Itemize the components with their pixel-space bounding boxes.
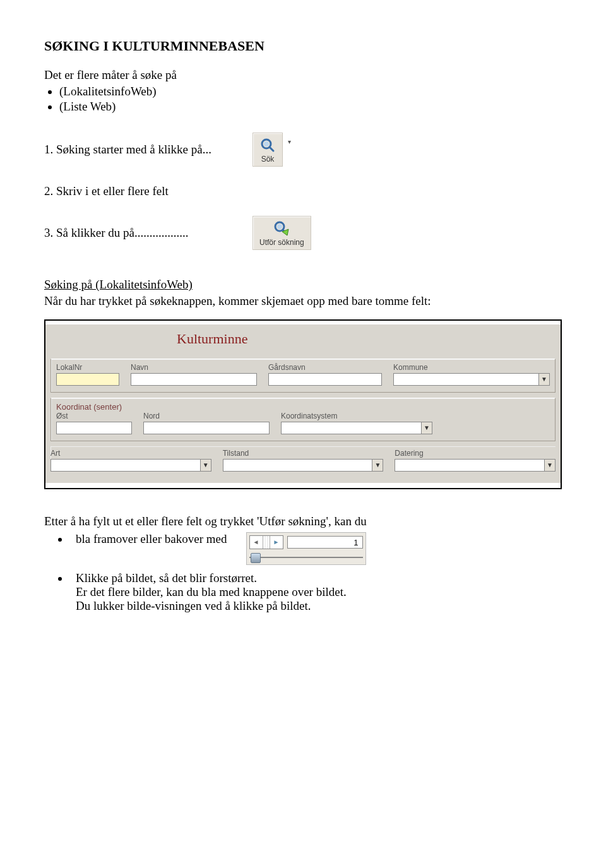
- kommune-select[interactable]: ▼: [393, 373, 550, 386]
- search-icon: [259, 137, 276, 153]
- nav-prev-button[interactable]: ◄: [250, 536, 263, 549]
- label-navn: Navn: [131, 363, 257, 372]
- chevron-down-icon: ▼: [421, 422, 432, 434]
- kulturminne-form: Kulturminne LokalNr Navn Gårdsnavn Kommu…: [45, 324, 561, 483]
- slider-track: [249, 557, 363, 558]
- label-gardsnavn: Gårdsnavn: [268, 363, 382, 372]
- record-navigator: ◄ ► 1: [246, 532, 366, 565]
- svg-point-1: [264, 141, 269, 146]
- step-row-2: 2. Skriv i et eller flere felt: [44, 184, 562, 198]
- label-lokalnr: LokalNr: [56, 363, 119, 372]
- chevron-down-icon: ▼: [372, 460, 383, 471]
- section-heading: Søking på (LokalitetsinfoWeb): [44, 278, 562, 292]
- list-item: bla framover eller bakover med ◄ ► 1: [69, 532, 562, 565]
- utfor-sokning-button[interactable]: Utför sökning: [252, 216, 311, 250]
- label-art: Art: [50, 449, 211, 458]
- chevron-down-icon: ▼: [538, 374, 549, 385]
- nav-separator: [263, 536, 270, 549]
- page-number-display[interactable]: 1: [287, 536, 363, 549]
- list-item: (LokalitetsinfoWeb): [59, 85, 562, 98]
- koordinatsystem-select[interactable]: ▼: [281, 422, 432, 434]
- tilstand-select[interactable]: ▼: [223, 459, 384, 472]
- section-subtext: Når du har trykket på søkeknappen, komme…: [44, 294, 562, 308]
- intro-text: Det er flere måter å søke på: [44, 68, 562, 82]
- nav-buttons: ◄ ►: [249, 535, 283, 549]
- chevron-down-icon: ▼: [200, 460, 211, 471]
- after-form-text: Etter å ha fylt ut et eller flere felt o…: [44, 514, 562, 528]
- slider-thumb[interactable]: [251, 553, 261, 563]
- gardsnavn-input[interactable]: [268, 373, 382, 386]
- svg-point-4: [277, 224, 282, 229]
- bullet-1-text: bla framover eller bakover med: [76, 532, 227, 546]
- label-koordsys: Koordinatsystem: [281, 412, 432, 420]
- form-screenshot-frame: Kulturminne LokalNr Navn Gårdsnavn Kommu…: [44, 319, 562, 489]
- bullet-2a: Klikke på bildet, så det blir forstørret…: [76, 571, 257, 585]
- group-koordinat: Koordinat (senter) Øst Nord Koordinatsys…: [50, 398, 556, 441]
- art-select[interactable]: ▼: [50, 459, 211, 472]
- list-item: (Liste Web): [59, 100, 562, 114]
- step-3-text: 3. Så klikker du på..................: [44, 226, 234, 240]
- sok-label: Sök: [261, 155, 275, 163]
- label-ost: Øst: [56, 412, 132, 420]
- legend-koordinat: Koordinat (senter): [56, 402, 550, 412]
- step-1-text: 1. Søking starter med å klikke på...: [44, 143, 234, 157]
- bullet-2c: Du lukker bilde-visningen ved å klikke p…: [76, 599, 311, 612]
- step-row-3: 3. Så klikker du på.................. Ut…: [44, 216, 562, 250]
- record-slider[interactable]: [249, 553, 363, 562]
- lokalnr-input[interactable]: [56, 373, 119, 386]
- nav-next-button[interactable]: ►: [270, 536, 283, 549]
- list-item: Klikke på bildet, så det blir forstørret…: [69, 571, 562, 613]
- navn-input[interactable]: [131, 373, 257, 386]
- method-list: (LokalitetsinfoWeb) (Liste Web): [44, 85, 562, 114]
- chevron-down-icon: ▼: [544, 460, 555, 471]
- svg-line-2: [270, 147, 273, 151]
- step-row-1: 1. Søking starter med å klikke på... Sök: [44, 133, 562, 167]
- nord-input[interactable]: [143, 422, 270, 434]
- utfor-label: Utför sökning: [259, 238, 304, 247]
- page-title: SØKING I KULTURMINNEBASEN: [44, 38, 562, 54]
- form-title: Kulturminne: [177, 331, 556, 347]
- label-kommune: Kommune: [393, 363, 550, 372]
- ost-input[interactable]: [56, 422, 132, 434]
- actions-list: bla framover eller bakover med ◄ ► 1 Kli…: [44, 532, 562, 613]
- search-execute-icon: [273, 220, 290, 237]
- step-2-text: 2. Skriv i et eller flere felt: [44, 184, 234, 198]
- label-datering: Datering: [395, 449, 556, 458]
- group-identity: LokalNr Navn Gårdsnavn Kommune ▼: [50, 359, 556, 393]
- datering-select[interactable]: ▼: [395, 459, 556, 472]
- label-tilstand: Tilstand: [223, 449, 384, 458]
- bullet-2b: Er det flere bilder, kan du bla med knap…: [76, 585, 347, 598]
- group-art: Art ▼ Tilstand ▼ Datering ▼: [50, 446, 556, 472]
- label-nord: Nord: [143, 412, 270, 420]
- sok-button[interactable]: Sök: [252, 133, 283, 167]
